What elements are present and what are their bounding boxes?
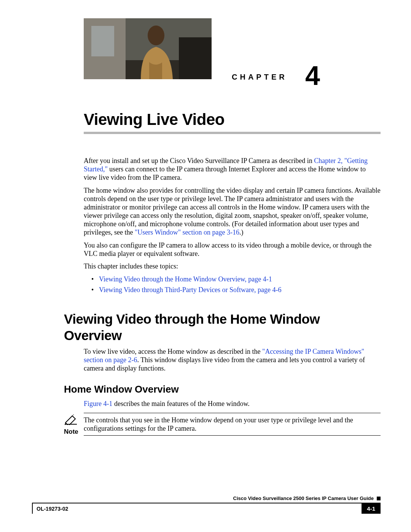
note-label: Note bbox=[64, 428, 79, 436]
section1-paragraph-1: To view live video, access the Home wind… bbox=[84, 348, 381, 373]
note-top-rule bbox=[84, 413, 381, 413]
note-icon-col: Note bbox=[64, 413, 79, 436]
text: users can connect to the IP camera throu… bbox=[84, 165, 366, 181]
page-title: Viewing Live Video bbox=[84, 110, 381, 129]
topic-link-2[interactable]: Viewing Video through Third-Party Device… bbox=[91, 286, 381, 294]
intro-paragraph-1: After you install and set up the Cisco V… bbox=[84, 157, 381, 182]
footer-bottom: OL-19273-02 4-1 bbox=[32, 503, 381, 514]
section-heading-home-window: Home Window Overview bbox=[64, 383, 381, 396]
intro-paragraph-3: You also can configure the IP camera to … bbox=[84, 241, 381, 258]
section-heading-overview: Viewing Video through the Home Window Ov… bbox=[64, 311, 381, 343]
note-bottom-rule bbox=[84, 435, 381, 436]
chapter-number: 4 bbox=[305, 62, 320, 89]
intro-paragraph-2: The home window also provides for contro… bbox=[84, 187, 381, 237]
note-text: The controls that you see in the Home wi… bbox=[84, 415, 381, 435]
page: CHAPTER 4 Viewing Live Video After you i… bbox=[0, 0, 411, 532]
svg-line-6 bbox=[67, 414, 74, 421]
section2-paragraph-1: Figure 4-1 describes the main features o… bbox=[84, 400, 381, 408]
body: After you install and set up the Cisco V… bbox=[84, 157, 381, 437]
footer: Cisco Video Surveillance 2500 Series IP … bbox=[32, 495, 381, 514]
svg-rect-2 bbox=[91, 26, 114, 56]
text: .) bbox=[239, 228, 244, 236]
chapter-label: CHAPTER bbox=[232, 73, 287, 81]
svg-rect-5 bbox=[179, 37, 212, 79]
chapter-photo bbox=[84, 18, 212, 79]
text: After you install and set up the Cisco V… bbox=[84, 157, 314, 165]
intro-paragraph-4: This chapter includes these topics: bbox=[84, 262, 381, 271]
text: describes the main features of the Home … bbox=[113, 400, 250, 407]
link-users-window[interactable]: "Users Window" section on page 3-16 bbox=[135, 228, 239, 236]
note-text-col: The controls that you see in the Home wi… bbox=[84, 413, 381, 437]
link-figure-4-1[interactable]: Figure 4-1 bbox=[84, 400, 113, 407]
title-rule bbox=[84, 132, 381, 134]
note-icon bbox=[64, 414, 78, 425]
note-block: Note The controls that you see in the Ho… bbox=[64, 413, 381, 437]
topic-link-1[interactable]: Viewing Video through the Home Window Ov… bbox=[91, 275, 381, 284]
chapter-header: CHAPTER 4 bbox=[84, 18, 381, 83]
title-block: Viewing Live Video bbox=[84, 110, 381, 134]
text: To view live video, access the Home wind… bbox=[84, 348, 262, 355]
footer-doc-number: OL-19273-02 bbox=[32, 503, 68, 514]
footer-page-number: 4-1 bbox=[362, 503, 381, 514]
footer-guide-title: Cisco Video Surveillance 2500 Series IP … bbox=[32, 495, 381, 503]
svg-point-4 bbox=[148, 26, 164, 45]
topic-list: Viewing Video through the Home Window Ov… bbox=[91, 275, 381, 294]
